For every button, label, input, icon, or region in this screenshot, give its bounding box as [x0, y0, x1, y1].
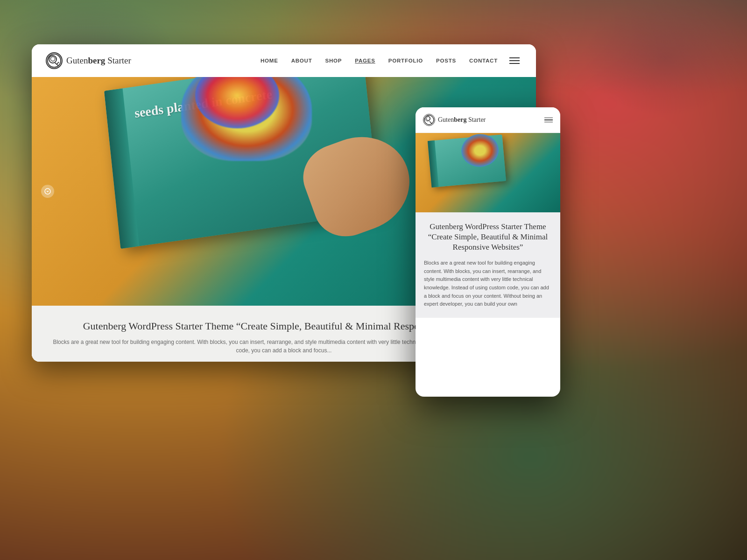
mobile-hamburger-line-2 — [544, 119, 553, 120]
book-container: seeds planted in concrete poetry by bian… — [97, 77, 447, 306]
book-flowers — [181, 77, 312, 161]
mobile-logo-text: Gutenberg Starter — [438, 116, 486, 124]
hamburger-line-1 — [509, 57, 520, 58]
desktop-hamburger[interactable] — [507, 55, 522, 66]
desktop-nav-links: HOME ABOUT SHOP PAGES PORTFOLIO POSTS CO… — [261, 58, 498, 63]
mobile-logo-icon — [423, 114, 435, 126]
desktop-logo: Gutenberg Starter — [46, 52, 131, 69]
mobile-hamburger-line-3 — [544, 122, 553, 123]
mobile-book-flowers — [460, 133, 500, 168]
mobile-logo: Gutenberg Starter — [423, 114, 486, 126]
mobile-nav: Gutenberg Starter — [416, 107, 560, 133]
nav-shop[interactable]: SHOP — [325, 58, 342, 63]
desktop-logo-text: Gutenberg Starter — [66, 56, 131, 66]
mobile-book — [428, 134, 506, 188]
scroll-indicator[interactable] — [41, 185, 54, 198]
mobile-hamburger[interactable] — [544, 118, 553, 123]
mobile-content-area: Gutenberg WordPress Starter Theme “Creat… — [416, 212, 560, 318]
mobile-hero — [416, 133, 560, 212]
nav-pages[interactable]: PAGES — [355, 58, 375, 63]
nav-about[interactable]: ABOUT — [291, 58, 312, 63]
desktop-nav: Gutenberg Starter HOME ABOUT SHOP PAGES … — [32, 44, 536, 77]
svg-line-2 — [55, 63, 58, 66]
mobile-body-text: Blocks are a great new tool for building… — [424, 259, 552, 308]
nav-contact[interactable]: CONTACT — [469, 58, 498, 63]
svg-line-6 — [430, 121, 432, 124]
nav-home[interactable]: HOME — [261, 58, 278, 63]
mobile-main-heading: Gutenberg WordPress Starter Theme “Creat… — [424, 222, 552, 252]
svg-point-1 — [50, 57, 55, 61]
hamburger-line-2 — [509, 60, 520, 61]
svg-point-5 — [426, 117, 430, 120]
logo-icon — [46, 52, 63, 69]
svg-point-4 — [424, 115, 434, 125]
mobile-mockup: Gutenberg Starter Gutenberg WordPress St… — [416, 107, 560, 397]
nav-portfolio[interactable]: PORTFOLIO — [388, 58, 423, 63]
hamburger-line-3 — [509, 63, 520, 64]
svg-point-0 — [48, 54, 61, 67]
mobile-hamburger-line-1 — [544, 118, 553, 119]
nav-posts[interactable]: POSTS — [436, 58, 456, 63]
